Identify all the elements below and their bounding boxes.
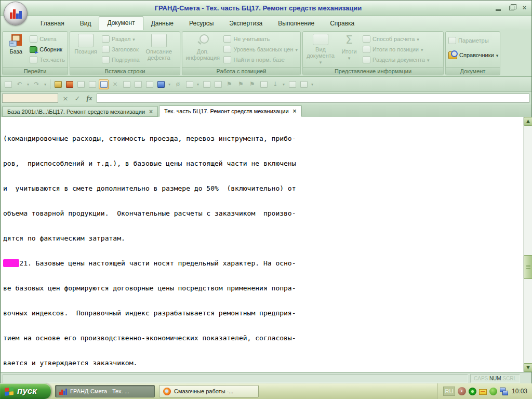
doc-tab-tekh-chast[interactable]: Тех. часть БЦ17. Ремонт средств механиза… xyxy=(159,105,302,117)
chevron-down-icon xyxy=(132,36,135,42)
windows-taskbar: пуск ГРАНД-Смета - Тех. ... Смазочные ра… xyxy=(0,383,532,399)
tab-dannye[interactable]: Данные xyxy=(143,17,181,30)
scroll-up-icon[interactable]: ▲ xyxy=(524,117,532,126)
close-tab-icon[interactable] xyxy=(149,108,153,115)
flag-3-icon: ⚑ xyxy=(247,79,257,89)
text-line: объема товарной продукции. Окончательные… xyxy=(3,209,296,218)
chevron-down-icon xyxy=(295,46,298,52)
status-message-panel xyxy=(3,374,468,383)
card-tray-icon[interactable] xyxy=(479,389,487,395)
keyboard-indicators: CAPS NUM SCRL xyxy=(470,374,520,383)
start-button[interactable]: пуск xyxy=(0,383,51,399)
taskbar-item-browser[interactable]: Смазочные работы -... xyxy=(159,385,259,397)
zagolovok-button: Заголовок xyxy=(101,45,141,54)
podgruppa-button: Подгруппа xyxy=(101,55,141,64)
minimize-button[interactable] xyxy=(496,9,501,11)
opisanie-defekta-button: Описание дефекта xyxy=(142,33,176,65)
group-label: Представление информации xyxy=(303,67,443,75)
group-label: Работа с позицией xyxy=(182,67,300,75)
formula-input[interactable] xyxy=(97,94,529,103)
undo-icon: ↶ xyxy=(15,79,24,89)
text-line: (командировочные расходы, стоимость прое… xyxy=(3,135,296,143)
language-indicator[interactable]: RU xyxy=(443,387,455,396)
antivirus-tray-icon[interactable] xyxy=(469,388,476,395)
plugin-icon xyxy=(184,79,194,89)
window-2-icon xyxy=(213,79,223,89)
sbornik-button[interactable]: Сборник xyxy=(29,45,66,54)
parametry-button: Параметры xyxy=(447,36,499,45)
chevron-down-icon xyxy=(496,52,499,58)
chevron-down-icon: ▾ xyxy=(26,82,30,87)
firefox-icon xyxy=(163,388,171,395)
num-indicator: NUM xyxy=(489,376,501,381)
pozitsiya-button: Позиция xyxy=(72,33,100,65)
close-tab-icon[interactable] xyxy=(293,108,297,115)
taskbar-item-grand-smeta[interactable]: ГРАНД-Смета - Тех. ... xyxy=(55,385,155,397)
close-button[interactable]: × xyxy=(523,4,526,11)
spravochniki-icon xyxy=(448,51,457,59)
find-icon xyxy=(299,79,309,89)
grand-smeta-icon xyxy=(59,388,67,395)
name-box[interactable] xyxy=(2,94,58,103)
network-tray-icon[interactable] xyxy=(500,388,508,395)
tab-dokument[interactable]: Документ xyxy=(99,16,143,30)
chevron-down-icon: ▾ xyxy=(196,82,200,87)
chevron-down-icon xyxy=(417,36,419,42)
text-line-highlighted: 21. Базовые цены настоящей части носят п… xyxy=(3,259,296,268)
scroll-down-icon[interactable]: ▼ xyxy=(524,363,532,372)
title-bar: ГРАНД-Смета - Тех. часть БЦ17. Ремонт ср… xyxy=(1,1,531,16)
grand-smeta-logo xyxy=(9,7,22,20)
tab-ekspertiza[interactable]: Экспертиза xyxy=(221,17,270,30)
toolbar-options-icon[interactable]: ▾ xyxy=(310,82,314,87)
stamp-icon xyxy=(87,79,97,89)
cancel-icon: × xyxy=(61,95,70,102)
windows-logo-icon xyxy=(5,387,14,396)
tab-glavnaya[interactable]: Главная xyxy=(33,17,72,30)
vertical-scrollbar[interactable]: ▲ ▼ xyxy=(523,117,532,372)
enter-icon: ✓ xyxy=(73,95,82,102)
text-view-icon[interactable] xyxy=(99,79,109,89)
app-logo-icon[interactable] xyxy=(4,2,28,25)
scrl-indicator: SCRL xyxy=(502,376,516,381)
tekh-chast-icon xyxy=(30,56,37,63)
tab-resursy[interactable]: Ресурсы xyxy=(181,17,221,30)
status-bar: CAPS NUM SCRL xyxy=(1,372,531,384)
chevron-down-icon xyxy=(348,55,351,61)
annotation-highlight xyxy=(3,259,19,267)
sposob-rascheta-icon xyxy=(363,35,370,43)
dop-informatsiya-button: Доп. информация xyxy=(184,33,221,65)
ribbon-group-dokument: Параметры Справочники Документ xyxy=(445,31,500,75)
doc-tab-baza[interactable]: База 2001г.\В...\БЦ17. Ремонт средств ме… xyxy=(2,106,158,117)
parametry-icon xyxy=(448,37,456,44)
baza-button[interactable]: База xyxy=(4,33,28,65)
tab-spravka[interactable]: Справка xyxy=(322,17,362,30)
uroven-bazisnykh-tsen-button: Уровень базисных цен xyxy=(222,45,299,54)
spravochniki-button[interactable]: Справочники xyxy=(447,50,499,60)
document-area[interactable]: (командировочные расходы, стоимость прое… xyxy=(1,117,532,372)
document-text: (командировочные расходы, стоимость прое… xyxy=(3,118,296,372)
group-label: Вставка строки xyxy=(70,67,180,75)
agent-tray-icon[interactable] xyxy=(489,388,497,395)
razdely-dokumenta-icon xyxy=(363,56,370,63)
formula-bar: × ✓ fx xyxy=(1,92,531,104)
system-tray: RU ‹ 10:03 xyxy=(437,383,532,399)
sigma-icon: Σ xyxy=(341,34,357,47)
resize-grip xyxy=(522,374,529,383)
tab-vid[interactable]: Вид xyxy=(72,17,99,30)
scrollbar-thumb[interactable] xyxy=(524,255,532,279)
app-window: ГРАНД-Смета - Тех. часть БЦ17. Ремонт ср… xyxy=(0,0,532,399)
hide-icons-chevron[interactable]: ‹ xyxy=(458,387,466,395)
smeta-icon xyxy=(30,35,37,43)
restore-button[interactable] xyxy=(509,6,514,10)
row-format-icon[interactable] xyxy=(156,79,166,89)
norm-base-icon[interactable] xyxy=(53,79,63,89)
base-catalog-icon[interactable] xyxy=(64,79,74,89)
text-line: тием на основе его производственно-эконо… xyxy=(3,334,296,342)
razdel-button: Раздел xyxy=(101,34,141,44)
itogi-po-pozitsii-button: Итоги по позиции xyxy=(362,45,431,54)
grid-view-icon xyxy=(287,79,297,89)
chevron-down-icon: ▾ xyxy=(282,82,286,87)
ne-uchityvat-icon xyxy=(223,35,231,43)
tab-vypolnenie[interactable]: Выполнение xyxy=(270,17,322,30)
tekh-chast-button: Тех.часть xyxy=(29,55,66,64)
